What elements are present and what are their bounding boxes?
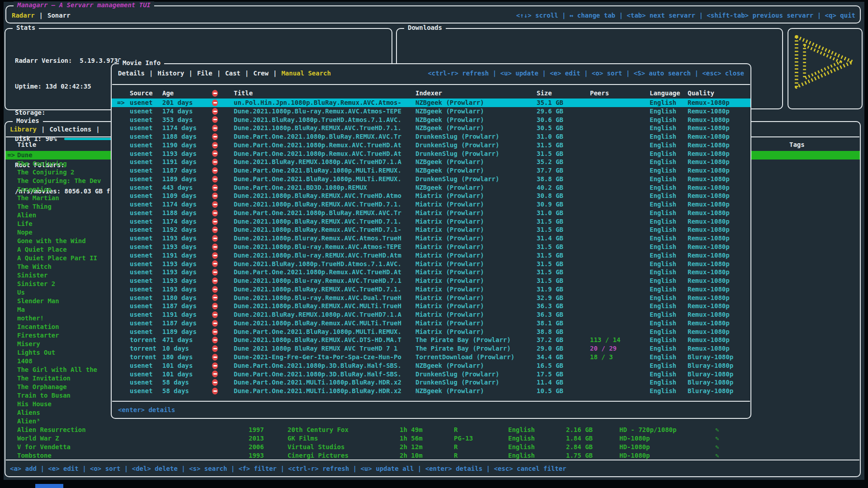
release-quality: Remux-1080p <box>688 243 750 251</box>
movie-tags <box>789 400 860 408</box>
movie-row[interactable]: V for Vendetta 2006 Virtual Studios 2h 1… <box>5 443 860 451</box>
column-size: Size <box>537 89 590 97</box>
release-row[interactable]: usenet 443 days Dune.Part.One.2021.BD3D.… <box>112 183 750 192</box>
release-row[interactable]: usenet 1191 days Dune.2021.1080p.Blu-ray… <box>112 251 750 260</box>
release-language: English <box>650 200 688 209</box>
release-row[interactable]: usenet 1193 days Dune.2021.1080p.Bluray.… <box>112 234 750 243</box>
edit-pencil-icon: ✎ <box>715 426 789 434</box>
selection-marker <box>117 268 130 277</box>
selection-marker <box>117 336 130 344</box>
movie-quality: HD-1080p <box>619 443 715 451</box>
release-language: English <box>650 344 688 353</box>
release-title: Dune.Part.One.2021.BluRay.1080p.MULTi.RE… <box>234 328 415 336</box>
release-source: usenet <box>130 175 162 183</box>
tab-details[interactable]: Details <box>118 70 145 77</box>
release-row[interactable]: usenet 1193 days Dune.2021.BluRay.1080p.… <box>112 260 750 268</box>
tab-manual-search[interactable]: Manual Search <box>281 70 331 77</box>
release-row[interactable]: usenet 58 days Dune.Part.One.2021.MULTi.… <box>112 378 750 387</box>
selection-marker <box>117 328 130 336</box>
release-peers <box>590 310 650 319</box>
release-age: 101 days <box>162 370 212 379</box>
release-rejection <box>212 302 234 310</box>
tab-crew[interactable]: Crew <box>253 70 269 77</box>
selection-marker <box>117 353 130 361</box>
release-rejection <box>212 124 234 132</box>
release-row[interactable]: usenet 1174 days Dune.2021.1080p.BluRay.… <box>112 124 750 132</box>
release-row[interactable]: usenet 1187 days Dune.2021.1080p.BluRay.… <box>112 319 750 328</box>
tab-file[interactable]: File <box>197 70 212 77</box>
no-entry-icon <box>212 371 218 377</box>
selection-marker <box>5 408 17 417</box>
release-row[interactable]: usenet 1193 days Dune.2021.1080p.Blu-ray… <box>112 277 750 285</box>
release-row[interactable]: usenet 1190 days Dune.Part.One.2021.1080… <box>112 141 750 150</box>
release-row[interactable]: usenet 101 days Dune.Part.One.2021.1080p… <box>112 361 750 370</box>
release-row[interactable]: usenet 1180 days Dune.2021.1080p.Blu-ray… <box>112 294 750 302</box>
release-row[interactable]: usenet 1193 days Dune.2021.1080p.BluRay.… <box>112 285 750 294</box>
movie-row[interactable]: Alien Resurrection 1997 20th Century Fox… <box>5 426 860 434</box>
tab-sonarr[interactable]: Sonarr <box>47 12 71 19</box>
release-indexer: TorrentDownload (Prowlarr) <box>415 353 537 361</box>
release-language: English <box>650 353 688 361</box>
release-source: torrent <box>130 344 162 353</box>
release-row[interactable]: usenet 1193 days Dune.Part.One.2021.1080… <box>112 150 750 158</box>
movie-tags <box>789 408 860 417</box>
release-row[interactable]: usenet 1189 days Dune.Part.One.2021.BluR… <box>112 328 750 336</box>
tab-radarr[interactable]: Radarr <box>12 12 35 19</box>
release-row[interactable]: usenet 1192 days Dune.2021.1080p.BluRay.… <box>112 225 750 234</box>
movie-row[interactable]: Tombstone 1993 Cinergi Pictures 2h 10m R… <box>5 451 860 460</box>
tab-collections[interactable]: Collections <box>49 126 91 133</box>
release-row[interactable]: usenet 1193 days Dune.Part.One.2021.1080… <box>112 268 750 277</box>
release-peers <box>590 294 650 302</box>
release-peers <box>590 234 650 243</box>
release-row[interactable]: usenet 101 days Dune.Part.One.2021.1080p… <box>112 370 750 379</box>
movie-row[interactable]: World War Z 2013 GK Films 1h 56m PG-13 E… <box>5 434 860 443</box>
tab-library[interactable]: Library <box>10 126 37 133</box>
selection-marker <box>5 366 17 374</box>
release-row[interactable]: usenet 1193 days Dune.2021.1080p.Blu-ray… <box>112 243 750 251</box>
tab-cast[interactable]: Cast <box>225 70 241 77</box>
release-row[interactable]: usenet 1109 days Dune.2021.1080p.BluRay.… <box>112 192 750 200</box>
movie-studio: GK Films <box>288 434 400 443</box>
release-indexer: Miatrix (Prowlarr) <box>415 302 537 310</box>
release-quality: Remux-1080p <box>688 285 750 294</box>
release-quality: Remux-1080p <box>688 302 750 310</box>
release-row[interactable]: usenet 353 days Dune.2021.BluRay.1080p.T… <box>112 116 750 124</box>
release-row[interactable]: usenet 1191 days Dune.2021.BluRay.REMUX.… <box>112 158 750 166</box>
release-indexer: NZBgeek (Prowlarr) <box>415 158 537 166</box>
release-language: English <box>650 183 688 192</box>
release-row[interactable]: => usenet 201 days un.Pol.Hin.Jpn.1080p.… <box>112 99 750 107</box>
release-row[interactable]: usenet 58 days Dune.Part.One.2021.MULTi.… <box>112 387 750 395</box>
tab-separator: | <box>145 70 157 77</box>
release-row[interactable]: usenet 174 days Dune.2021.1080p.Blu-ray.… <box>112 107 750 116</box>
edit-pencil-icon: ✎ <box>715 451 789 460</box>
release-language: English <box>650 243 688 251</box>
release-row[interactable]: usenet 1174 days Dune.2021.1080p.BluRay.… <box>112 217 750 226</box>
release-row[interactable]: usenet 1189 days Dune.Part.One.2021.BluR… <box>112 175 750 183</box>
release-row[interactable]: usenet 1174 days Dune.2021.1080p.BluRay.… <box>112 200 750 209</box>
movie-year: 1993 <box>249 451 288 460</box>
release-quality: Remux-1080p <box>688 209 750 217</box>
release-row[interactable]: usenet 1188 days Dune.Part.One.2021.1080… <box>112 132 750 141</box>
release-row[interactable]: torrent 180 days Dune-2021-Eng-Fre-Ger-I… <box>112 353 750 361</box>
no-entry-icon <box>212 286 218 293</box>
release-row[interactable]: torrent 471 days Dune.2021.1080p.BluRay.… <box>112 336 750 344</box>
selection-marker <box>117 200 130 209</box>
release-title: Dune.2021.1080p.BluRay.Remux.AVC.TrueHD.… <box>234 225 415 234</box>
no-entry-icon <box>212 294 218 301</box>
movie-tags <box>789 263 860 271</box>
no-entry-icon <box>212 218 218 225</box>
release-rejection <box>212 260 234 268</box>
no-entry-icon <box>212 125 218 131</box>
release-age: 1187 days <box>162 319 212 328</box>
release-rejection <box>212 166 234 175</box>
release-size: 30.6 GB <box>537 116 590 124</box>
tab-history[interactable]: History <box>157 70 184 77</box>
release-row[interactable]: torrent 10 days Dune 2021 1080p BluRay R… <box>112 344 750 353</box>
no-entry-icon <box>212 244 218 250</box>
release-row[interactable]: usenet 1188 days Dune.Part.One.2021.1080… <box>112 209 750 217</box>
no-entry-icon <box>212 201 218 208</box>
release-row[interactable]: usenet 1191 days Dune.2021.BluRay.REMUX.… <box>112 310 750 319</box>
release-row[interactable]: usenet 1187 days Dune.Part.One.2021.BluR… <box>112 166 750 175</box>
movie-title: V for Vendetta <box>17 443 249 451</box>
release-row[interactable]: usenet 1187 days Dune.2021.1080p.BluRay.… <box>112 302 750 310</box>
